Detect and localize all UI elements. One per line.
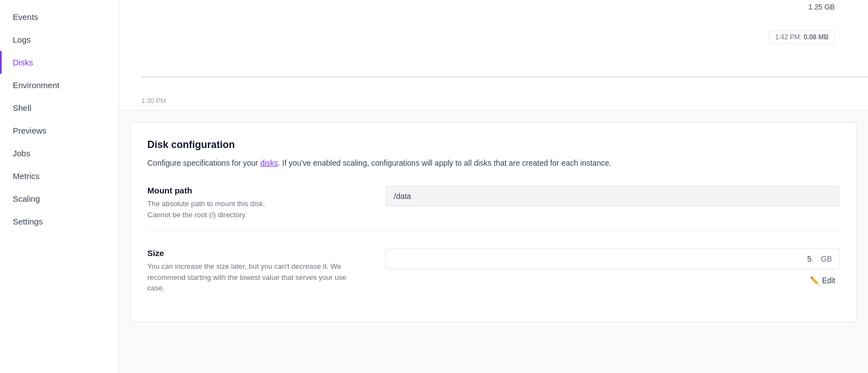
mount-path-label: Mount path — [147, 186, 363, 195]
chart-svg: 0 GB — [119, 5, 868, 94]
disk-config-description: Configure specifications for your disks.… — [147, 157, 840, 169]
size-desc: You can increase the size later, but you… — [147, 261, 363, 294]
size-label-col: Size You can increase the size later, bu… — [147, 248, 386, 294]
chart-tooltip: 1:42 PM: 0.08 MB — [769, 30, 835, 44]
size-unit: GB — [821, 254, 832, 263]
edit-row: ✏️ Edit — [386, 274, 840, 287]
size-row: Size You can increase the size later, bu… — [147, 248, 840, 305]
sidebar-item-logs[interactable]: Logs — [0, 28, 119, 51]
chart-time-label: 1:30 PM — [141, 97, 166, 105]
sidebar-item-jobs[interactable]: Jobs — [0, 142, 119, 165]
sidebar-item-previews[interactable]: Previews — [0, 119, 119, 142]
edit-icon: ✏️ — [810, 276, 819, 285]
chart-section: 1.25 GB 1:42 PM: 0.08 MB 0 GB 1:30 PM — [119, 0, 868, 111]
sidebar-item-shell[interactable]: Shell — [0, 96, 119, 119]
sidebar: Events Logs Disks Environment Shell Prev… — [0, 0, 119, 373]
edit-button[interactable]: ✏️ Edit — [805, 274, 840, 287]
main-content: 1.25 GB 1:42 PM: 0.08 MB 0 GB 1:30 PM Di… — [119, 0, 868, 373]
size-input-wrapper: GB — [386, 248, 840, 269]
disk-config-title: Disk configuration — [147, 139, 840, 151]
mount-path-input[interactable] — [386, 186, 840, 207]
disks-link[interactable]: disks — [260, 159, 278, 167]
sidebar-item-events[interactable]: Events — [0, 6, 119, 28]
mount-path-desc: The absolute path to mount this disk. Ca… — [147, 198, 363, 220]
sidebar-item-metrics[interactable]: Metrics — [0, 165, 119, 187]
sidebar-item-environment[interactable]: Environment — [0, 74, 119, 96]
size-input[interactable] — [386, 248, 840, 269]
sidebar-item-disks[interactable]: Disks — [0, 51, 119, 74]
size-label: Size — [147, 248, 363, 258]
disk-config-section: Disk configuration Configure specificati… — [130, 122, 857, 322]
sidebar-item-scaling[interactable]: Scaling — [0, 187, 119, 210]
mount-path-label-col: Mount path The absolute path to mount th… — [147, 186, 386, 220]
size-input-col: GB ✏️ Edit — [386, 248, 840, 287]
mount-path-row: Mount path The absolute path to mount th… — [147, 186, 840, 232]
mount-path-input-col — [386, 186, 840, 207]
sidebar-item-settings[interactable]: Settings — [0, 210, 119, 233]
